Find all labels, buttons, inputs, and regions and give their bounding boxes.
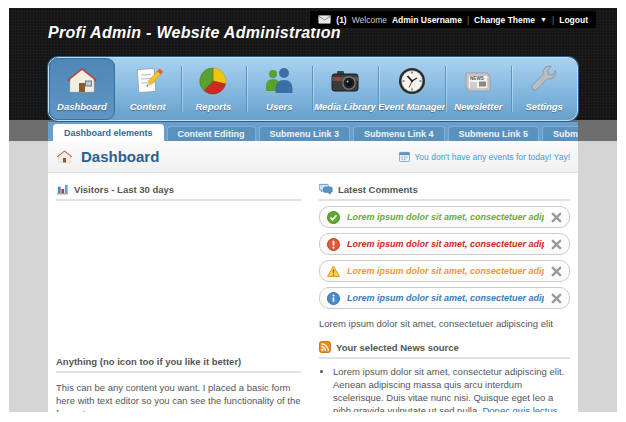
- rss-icon: [319, 341, 331, 353]
- delete-icon[interactable]: [551, 239, 562, 250]
- nav-label: Users: [266, 101, 292, 112]
- chevron-down-icon[interactable]: ▼: [540, 16, 547, 23]
- mail-count[interactable]: (1): [336, 15, 346, 25]
- nav-item-reports[interactable]: Reports: [181, 58, 247, 120]
- visitors-title: Visitors - Last 30 days: [74, 184, 174, 195]
- change-theme-link[interactable]: Change Theme: [474, 15, 535, 25]
- home-icon: [56, 149, 73, 165]
- comment-row: Lorem ipsum dolor sit amet, consectetuer…: [319, 206, 570, 228]
- comment-link[interactable]: Lorem ipsum dolor sit amet, consectetuer…: [347, 239, 544, 249]
- news-title: Your selected News source: [336, 342, 459, 353]
- calendar-icon: [399, 151, 410, 162]
- pie-chart-icon: [197, 65, 229, 97]
- visitors-section-header: Visitors - Last 30 days: [56, 183, 301, 201]
- user-bar: (1) Welcome Admin Username | Change Them…: [310, 11, 596, 28]
- comment-row: Lorem ipsum dolor sit amet, consectetuer…: [319, 260, 570, 282]
- tab-submenu-link-4[interactable]: Submenu Link 4: [353, 126, 445, 141]
- check-circle-icon: [327, 211, 340, 224]
- app-title: Profi Admin - Website Administration: [48, 24, 341, 42]
- news-section-header: Your selected News source: [319, 341, 570, 359]
- comments-title: Latest Comments: [338, 184, 418, 195]
- delete-icon[interactable]: [551, 266, 562, 277]
- nav-label: Reports: [196, 101, 232, 112]
- nav-label: Media Library: [314, 101, 376, 112]
- comments-section-header: Latest Comments: [319, 183, 570, 201]
- page-pencil-icon: [132, 65, 164, 97]
- content-area: Dashboard You don't have any events for …: [48, 141, 578, 412]
- clock-icon: [396, 65, 428, 97]
- anything-text: This can be any content you want. I plac…: [56, 381, 301, 412]
- two-column-layout: Visitors - Last 30 days Anything (no ico…: [48, 173, 578, 412]
- nav-item-media-library[interactable]: Media Library: [312, 58, 378, 120]
- comments-icon: [319, 183, 333, 195]
- events-note-text: You don't have any events for today! Yay…: [414, 152, 570, 162]
- page-title: Dashboard: [81, 148, 159, 165]
- welcome-label: Welcome: [352, 15, 387, 25]
- camera-icon: [329, 65, 361, 97]
- nav-label: Event Manager: [378, 101, 446, 112]
- comment-link[interactable]: Lorem ipsum dolor sit amet, consectetuer…: [347, 293, 544, 303]
- nav-item-newsletter[interactable]: NEWS Newsletter: [445, 58, 511, 120]
- main-nav: Dashboard Content Reports Users Media Li…: [48, 57, 578, 121]
- events-note[interactable]: You don't have any events for today! Yay…: [399, 151, 570, 162]
- comment-link[interactable]: Lorem ipsum dolor sit amet, consectetuer…: [347, 266, 544, 276]
- comment-link[interactable]: Lorem ipsum dolor sit amet, consectetuer…: [347, 212, 544, 222]
- visitors-chart-placeholder: [56, 201, 301, 356]
- users-icon: [263, 65, 295, 97]
- divider: |: [467, 15, 469, 25]
- wrench-icon: [528, 65, 560, 97]
- tab-submenu-link-5[interactable]: Submenu Link 5: [448, 126, 540, 141]
- tab-submenu-link-6[interactable]: Submenu Link 6: [542, 126, 578, 141]
- nav-label: Dashboard: [57, 101, 107, 112]
- info-circle-icon: [327, 292, 340, 305]
- content-header: Dashboard You don't have any events for …: [48, 141, 578, 173]
- anything-title: Anything (no icon too if you like it bet…: [56, 356, 241, 367]
- nav-item-content[interactable]: Content: [115, 58, 181, 120]
- nav-label: Settings: [525, 101, 562, 112]
- tab-submenu-link-3[interactable]: Submenu Link 3: [259, 126, 351, 141]
- mail-icon[interactable]: [318, 15, 331, 24]
- error-circle-icon: [327, 238, 340, 251]
- right-column: Latest Comments Lorem ipsum dolor sit am…: [313, 173, 578, 412]
- anything-section-header: Anything (no icon too if you like it bet…: [56, 356, 301, 373]
- left-column: Visitors - Last 30 days Anything (no ico…: [48, 173, 313, 412]
- tab-content-editing[interactable]: Content Editing: [167, 126, 256, 141]
- nav-label: Newsletter: [454, 101, 502, 112]
- divider: |: [552, 15, 554, 25]
- comments-footer-text: Lorem ipsum dolor sit amet, consectetuer…: [319, 318, 570, 329]
- tab-dashboard-elements[interactable]: Dashboard elements: [53, 124, 164, 141]
- bar-chart-icon: [56, 183, 69, 195]
- home-icon: [66, 65, 98, 97]
- svg-text:NEWS: NEWS: [470, 76, 484, 81]
- comment-row: Lorem ipsum dolor sit amet, consectetuer…: [319, 233, 570, 255]
- nav-item-users[interactable]: Users: [246, 58, 312, 120]
- warning-triangle-icon: [327, 265, 340, 278]
- nav-item-settings[interactable]: Settings: [511, 58, 577, 120]
- nav-label: Content: [130, 101, 166, 112]
- newspaper-icon: NEWS: [462, 65, 494, 97]
- delete-icon[interactable]: [551, 212, 562, 223]
- username: Admin Username: [392, 15, 462, 25]
- submenu-tabstrip: Dashboard elements Content Editing Subme…: [48, 122, 578, 141]
- news-item: Lorem ipsum dolor sit amet, consectetur …: [333, 365, 570, 412]
- app-window: Profi Admin - Website Administration (1)…: [0, 0, 626, 422]
- nav-item-event-manager[interactable]: Event Manager: [378, 58, 446, 120]
- delete-icon[interactable]: [551, 293, 562, 304]
- nav-item-dashboard[interactable]: Dashboard: [49, 58, 115, 120]
- logout-link[interactable]: Logout: [559, 15, 588, 25]
- page-viewport: Profi Admin - Website Administration (1)…: [9, 8, 617, 412]
- news-list: Lorem ipsum dolor sit amet, consectetur …: [319, 365, 570, 412]
- comment-row: Lorem ipsum dolor sit amet, consectetuer…: [319, 287, 570, 309]
